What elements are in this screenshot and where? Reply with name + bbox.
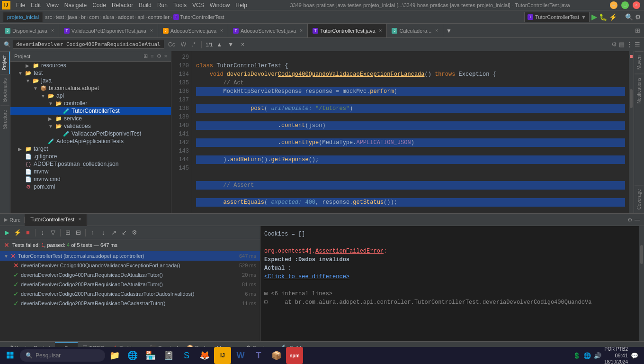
- code-folding-icon[interactable]: ▤: [619, 41, 625, 48]
- tree-item-api[interactable]: ▼ 📂 api: [10, 92, 171, 100]
- taskbar-icon-store[interactable]: 🏪: [142, 347, 159, 364]
- filter-icon[interactable]: ⚙: [611, 41, 617, 48]
- bc-test[interactable]: test: [56, 14, 64, 20]
- tree-item-mvnw-cmd[interactable]: 📄 mvnw.cmd: [10, 175, 171, 183]
- taskbar-icon-edge[interactable]: 🌐: [124, 347, 141, 364]
- run-tests-button[interactable]: ▶: [3, 228, 11, 237]
- taskbar-icon-npm[interactable]: npm: [286, 347, 303, 364]
- tree-item-service[interactable]: ▶ 📁 service: [10, 115, 171, 122]
- bc-api[interactable]: api: [137, 14, 144, 20]
- tree-item-target[interactable]: ▶ 📁 target: [10, 145, 171, 153]
- test-row-3[interactable]: ✓ deveriaDevolverCodigo200ParaRequisicao…: [0, 280, 260, 289]
- tree-item-java[interactable]: ▼ 📂 java: [10, 77, 171, 84]
- test-settings-button[interactable]: ⚙: [130, 228, 139, 237]
- menu-refactor[interactable]: Refactor: [109, 2, 136, 9]
- search-prev-icon[interactable]: ▲: [215, 41, 224, 48]
- menu-view[interactable]: View: [44, 2, 62, 9]
- taskbar-icon-teams[interactable]: T: [250, 347, 267, 364]
- coverage-panel-tab[interactable]: Coverage: [635, 185, 644, 213]
- minimize-button[interactable]: –: [610, 1, 617, 9]
- tree-item-controller[interactable]: ▼ 📂 controller: [10, 100, 171, 107]
- close-button[interactable]: ×: [633, 1, 640, 9]
- import-tests-button[interactable]: ↙: [120, 228, 128, 237]
- taskbar-icon-word[interactable]: W: [232, 347, 249, 364]
- tree-item-validacao-pet-test[interactable]: 🧪 ValidacaoPetDisponivelTest: [10, 130, 171, 137]
- project-panel-tab[interactable]: Project: [0, 51, 10, 74]
- tree-settings-icon[interactable]: ⚙: [157, 53, 161, 59]
- menu-code[interactable]: Code: [89, 2, 109, 9]
- code-content[interactable]: class TutorControllerTest { void deveria…: [192, 51, 629, 213]
- next-failed-button[interactable]: ↓: [99, 228, 107, 237]
- output-expand-link[interactable]: ⊞ <6 internal lines>: [264, 290, 635, 298]
- filter-tests-button[interactable]: ▽: [49, 228, 57, 237]
- bc-controller[interactable]: controller: [148, 14, 170, 20]
- bc-src[interactable]: src: [45, 14, 52, 20]
- notifications-panel-tab[interactable]: Notifications: [635, 73, 644, 107]
- test-row-5[interactable]: ✓ deveriaDevolverCodigo200ParaRequisicao…: [0, 299, 260, 308]
- search-everywhere-button[interactable]: 🔍: [625, 13, 633, 21]
- menu-help[interactable]: Help: [233, 2, 250, 9]
- tab-tutor-controller-test[interactable]: T TutorControllerTest.java×: [308, 24, 387, 38]
- menu-tools[interactable]: Tools: [170, 2, 189, 9]
- tab-adocao-service-test[interactable]: T AdocaoServiceTest.java×: [228, 24, 308, 38]
- menu-build[interactable]: Build: [136, 2, 154, 9]
- taskbar-icon-firefox[interactable]: 🦊: [196, 347, 213, 364]
- maven-panel-tab[interactable]: Maven: [635, 51, 644, 73]
- tree-item-mvnw[interactable]: 📄 mvnw: [10, 168, 171, 175]
- tree-item-gitignore[interactable]: 📄 .gitignore: [10, 153, 171, 160]
- test-row-1[interactable]: ✕ deveriaDevolver Codigo400QuandoValidac…: [0, 261, 260, 270]
- tree-item-test[interactable]: ▼ 📂 test: [10, 69, 171, 77]
- bc-java[interactable]: java: [68, 14, 77, 20]
- expand-tests-button[interactable]: ⊞: [63, 228, 72, 237]
- menu-edit[interactable]: Edit: [28, 2, 44, 9]
- bc-com[interactable]: com: [89, 14, 99, 20]
- project-label[interactable]: projeto_inicial: [7, 14, 39, 20]
- tab-calculadora[interactable]: J Calculadora...×: [387, 24, 443, 38]
- taskbar-icon-onenote[interactable]: 📓: [160, 347, 177, 364]
- menu-file[interactable]: File: [13, 2, 28, 9]
- code-editor[interactable]: 29 120 134 135 136 137 138 139 140 141 1…: [171, 51, 634, 213]
- search-next-icon[interactable]: ▼: [226, 41, 235, 48]
- collapse-tests-button[interactable]: ⊟: [74, 228, 82, 237]
- tab-adocao-service[interactable]: J AdocaoService.java×: [158, 24, 228, 38]
- highlight-icon[interactable]: ☰: [635, 41, 640, 48]
- settings-button[interactable]: ⚙: [635, 13, 641, 21]
- tree-collapse-icon[interactable]: ≡: [151, 53, 153, 59]
- menu-window[interactable]: Window: [207, 2, 233, 9]
- more-options-icon[interactable]: ⋮: [626, 41, 633, 48]
- menu-run[interactable]: Run: [154, 2, 170, 9]
- bc-file[interactable]: TTutorControllerTest: [173, 14, 224, 20]
- search-case-toggle[interactable]: Cc: [166, 41, 177, 48]
- run-hide-icon[interactable]: —: [635, 217, 640, 223]
- tab-overflow[interactable]: ▼: [443, 27, 455, 34]
- taskbar-icon-files[interactable]: 📁: [106, 347, 123, 364]
- output-line-6[interactable]: <Click to see difference>: [264, 273, 635, 281]
- test-row-2[interactable]: ✓ deveriaDevolverCodigo400ParaRequisicao…: [0, 270, 260, 280]
- test-row-4[interactable]: ✓ deveriaDevolverCodigo200ParaRequisicao…: [0, 289, 260, 299]
- notification-icon[interactable]: 💬: [631, 352, 638, 359]
- debug-button[interactable]: 🐛: [599, 13, 607, 21]
- tree-item-postman-json[interactable]: { } ADOPET.postman_collection.json: [10, 160, 171, 168]
- tree-expand-icon[interactable]: ⊞: [143, 53, 148, 59]
- clock[interactable]: POR PTB2 09:41 18/10/2024: [604, 346, 628, 364]
- search-word-toggle[interactable]: W: [179, 41, 188, 48]
- tree-item-pom-xml[interactable]: ⚙ pom.xml: [10, 183, 171, 191]
- tab-disponivel[interactable]: J Disponivel.java×: [0, 24, 59, 38]
- run-failed-button[interactable]: ⚡: [13, 228, 22, 237]
- run-settings-icon[interactable]: ⚙: [627, 217, 633, 223]
- tree-close-icon[interactable]: ×: [164, 53, 167, 59]
- bc-alura[interactable]: alura: [103, 14, 114, 20]
- structure-panel-tab[interactable]: Structure: [0, 106, 9, 133]
- stop-tests-button[interactable]: ■: [24, 228, 32, 237]
- search-taskbar[interactable]: 🔍 Pesquisar: [20, 349, 105, 362]
- run-config-dropdown[interactable]: T TutorControllerTest ▼: [524, 12, 590, 22]
- search-regex-toggle[interactable]: .*: [190, 41, 197, 48]
- search-input[interactable]: [13, 40, 164, 49]
- sort-tests-button[interactable]: ↕: [38, 228, 47, 237]
- more-run-button[interactable]: ⚡: [609, 13, 617, 21]
- taskbar-icon-winrar[interactable]: 📦: [268, 347, 285, 364]
- prev-failed-button[interactable]: ↑: [89, 228, 97, 237]
- tree-item-validacoes[interactable]: ▼ 📂 validacoes: [10, 122, 171, 130]
- bookmarks-panel-tab[interactable]: Bookmarks: [0, 74, 9, 106]
- bc-adopet[interactable]: adopet: [118, 14, 134, 20]
